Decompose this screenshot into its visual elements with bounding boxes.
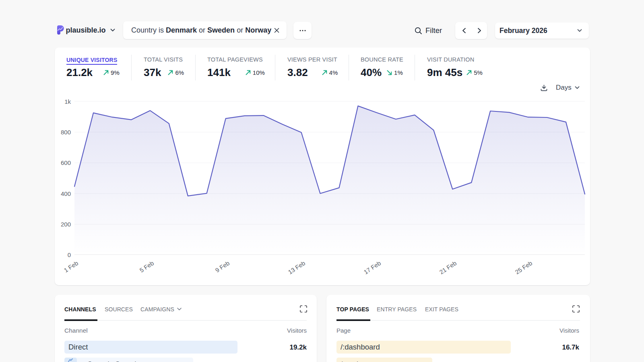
svg-text:9 Feb: 9 Feb: [214, 259, 231, 274]
svg-text:200: 200: [61, 221, 71, 228]
svg-text:600: 600: [61, 159, 71, 166]
svg-text:13 Feb: 13 Feb: [287, 259, 306, 276]
svg-text:1k: 1k: [64, 98, 71, 105]
svg-text:21 Feb: 21 Feb: [438, 259, 458, 276]
svg-text:800: 800: [61, 129, 71, 136]
svg-text:17 Feb: 17 Feb: [363, 259, 382, 276]
svg-text:1 Feb: 1 Feb: [63, 259, 79, 274]
svg-text:5 Feb: 5 Feb: [138, 259, 155, 274]
svg-text:400: 400: [61, 190, 71, 197]
svg-text:25 Feb: 25 Feb: [514, 259, 533, 276]
svg-text:0: 0: [68, 251, 71, 258]
